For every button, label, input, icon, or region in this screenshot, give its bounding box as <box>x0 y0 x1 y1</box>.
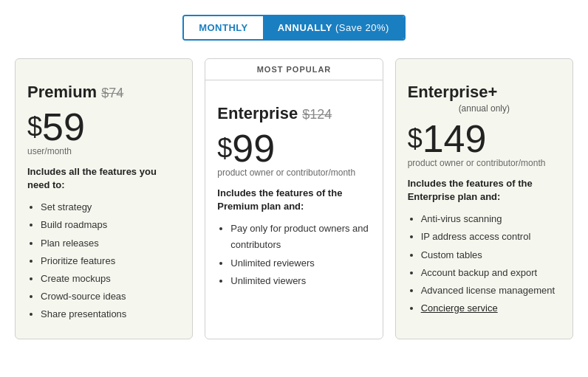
feature-item: Advanced license management <box>421 283 561 299</box>
original-price: $74 <box>101 86 123 100</box>
monthly-toggle-button[interactable]: MONTHLY <box>184 16 263 39</box>
save-badge: (Save 20%) <box>335 22 389 33</box>
annually-toggle-button[interactable]: ANNUALLY (Save 20%) <box>263 16 404 39</box>
annually-label: ANNUALLY <box>278 22 332 33</box>
plan-name: Enterprise $124 <box>217 104 370 123</box>
feature-item: Unlimited viewers <box>230 273 370 289</box>
plan-name: Premium $74 <box>27 83 180 102</box>
feature-item: Pay only for product owners and contribu… <box>230 221 370 253</box>
plan-includes: Includes all the features you need to: <box>27 165 180 192</box>
feature-item: Create mockups <box>41 271 180 287</box>
annual-note: (annual only) <box>408 103 561 114</box>
plan-period: product owner or contributor/month <box>217 167 370 178</box>
plan-header: Enterprise+ (annual only) $149 product o… <box>396 59 572 177</box>
feature-item: Unlimited reviewers <box>230 255 370 271</box>
plan-body: Includes the features of the Premium pla… <box>205 187 382 339</box>
feature-item: Set strategy <box>41 199 180 215</box>
feature-item: Custom tables <box>421 247 561 263</box>
plan-body: Includes the features of the Enterprise … <box>396 177 572 339</box>
dollar-sign: $ <box>217 135 232 162</box>
plan-card-enterprise-plus: Enterprise+ (annual only) $149 product o… <box>395 58 573 339</box>
plan-header: Enterprise $124 $99 product owner or con… <box>205 80 382 187</box>
plan-price: $59 <box>27 108 180 146</box>
plan-period: user/month <box>27 146 180 156</box>
feature-item: Share presentations <box>41 306 180 322</box>
original-price: $124 <box>302 107 332 122</box>
plan-header: Premium $74 $59 user/month <box>16 59 192 165</box>
plan-price: $149 <box>408 120 561 158</box>
billing-toggle: MONTHLY ANNUALLY (Save 20%) <box>15 15 573 41</box>
plan-name: Enterprise+ <box>408 83 561 102</box>
plan-body: Includes all the features you need to: S… <box>16 165 192 339</box>
plan-features: Anti-virus scanningIP address access con… <box>408 211 561 317</box>
plan-price: $99 <box>217 129 370 167</box>
feature-item: Anti-virus scanning <box>421 211 561 227</box>
most-popular-badge: MOST POPULAR <box>205 59 382 80</box>
toggle-container: MONTHLY ANNUALLY (Save 20%) <box>182 15 406 41</box>
dollar-sign: $ <box>408 125 423 152</box>
plan-card-premium: Premium $74 $59 user/month Includes all … <box>15 58 193 339</box>
plan-features: Set strategyBuild roadmapsPlan releasesP… <box>27 199 180 322</box>
feature-item: Prioritize features <box>41 253 180 269</box>
plan-card-enterprise: MOST POPULAR Enterprise $124 $99 product… <box>205 58 383 339</box>
feature-item: Crowd-source ideas <box>41 288 180 305</box>
concierge-link[interactable]: Concierge service <box>421 302 498 314</box>
feature-item: Concierge service <box>421 300 561 317</box>
plan-period: product owner or contributor/month <box>408 158 561 168</box>
feature-item: Account backup and export <box>421 265 561 281</box>
plan-features: Pay only for product owners and contribu… <box>217 221 370 288</box>
plans-grid: Premium $74 $59 user/month Includes all … <box>15 58 573 339</box>
plan-includes: Includes the features of the Enterprise … <box>408 177 561 204</box>
feature-item: IP address access control <box>421 229 561 245</box>
dollar-sign: $ <box>27 114 42 140</box>
feature-item: Build roadmaps <box>41 217 180 233</box>
plan-includes: Includes the features of the Premium pla… <box>217 187 370 213</box>
feature-item: Plan releases <box>41 235 180 252</box>
